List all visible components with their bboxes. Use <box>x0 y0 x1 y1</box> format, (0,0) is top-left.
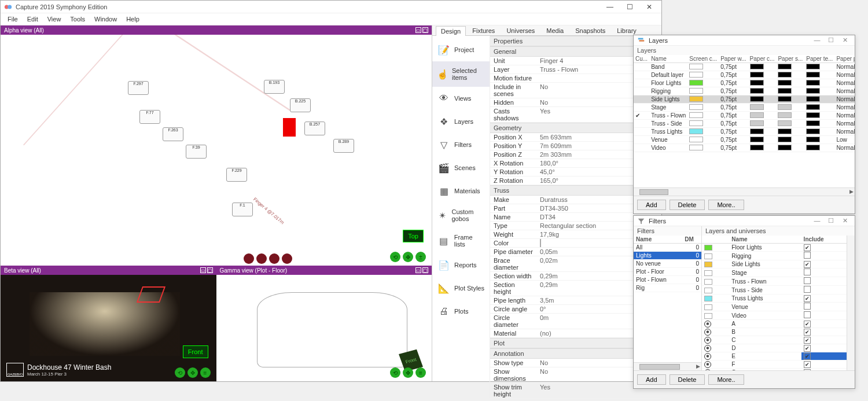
paper-symbol-swatch[interactable] <box>778 112 792 118</box>
paper-color-swatch[interactable] <box>750 112 764 118</box>
include-checkbox[interactable]: ✔ <box>804 329 811 336</box>
filters-col[interactable]: Name <box>634 236 682 244</box>
paper-color-swatch[interactable] <box>750 64 764 69</box>
color-swatch[interactable] <box>540 239 541 247</box>
filters-titlebar[interactable]: Filters — ☐ ✕ <box>634 216 855 226</box>
tab-library[interactable]: Library <box>612 25 642 35</box>
view-split-icon[interactable]: ▭ <box>415 267 421 273</box>
include-checkbox[interactable] <box>804 252 811 259</box>
layers-col[interactable]: Screen c... <box>687 55 719 63</box>
layers-col[interactable]: Paper w... <box>719 55 748 63</box>
include-checkbox[interactable]: ✔ <box>804 244 811 251</box>
includes-col[interactable]: Include <box>801 236 847 244</box>
paper-symbol-swatch[interactable] <box>778 72 792 78</box>
minimize-button[interactable]: — <box>601 2 619 12</box>
screen-color-swatch[interactable] <box>689 80 703 86</box>
layers-table[interactable]: Cu...NameScreen c...Paper w...Paper c...… <box>634 55 855 187</box>
layer-row[interactable]: Band0,75ptNormal <box>634 63 855 71</box>
category-materials[interactable]: ▦Materials <box>432 179 490 203</box>
include-row[interactable]: ✱E✔ <box>702 352 847 360</box>
view-split-icon[interactable]: ▭ <box>415 27 421 33</box>
include-row[interactable]: ✱D✔ <box>702 344 847 352</box>
include-checkbox[interactable] <box>804 303 811 310</box>
layers-col[interactable]: Name <box>649 55 687 63</box>
paper-color-swatch[interactable] <box>750 120 764 126</box>
add-button[interactable]: Add <box>637 374 666 385</box>
filter-row[interactable]: Plot - Flown0 <box>634 276 701 284</box>
fixture-label[interactable]: F.297 <box>128 81 149 95</box>
include-checkbox[interactable]: ✔ <box>804 295 811 302</box>
category-gobos[interactable]: ✴Custom gobos <box>432 203 490 228</box>
screen-color-swatch[interactable] <box>689 96 703 102</box>
more-button[interactable]: More.. <box>708 200 744 210</box>
paper-text-swatch[interactable] <box>806 64 820 69</box>
filter-row[interactable]: Rig0 <box>634 284 701 292</box>
maximize-button[interactable]: ☐ <box>621 2 638 12</box>
dot-icon[interactable] <box>269 253 279 264</box>
include-checkbox[interactable]: ✔ <box>804 361 811 368</box>
screen-color-swatch[interactable] <box>689 145 703 150</box>
close-button[interactable]: ✕ <box>838 36 851 44</box>
paper-color-swatch[interactable] <box>750 96 764 102</box>
paper-color-swatch[interactable] <box>750 80 764 86</box>
layers-hscroll[interactable]: ▶ <box>634 187 855 196</box>
close-button[interactable]: ✕ <box>641 2 658 12</box>
paper-symbol-swatch[interactable] <box>778 80 792 86</box>
tab-design[interactable]: Design <box>436 26 466 36</box>
paper-text-swatch[interactable] <box>806 112 820 118</box>
include-checkbox[interactable]: ✔ <box>804 353 811 360</box>
view-orientation-badge[interactable]: Top <box>403 230 424 242</box>
alpha-canvas[interactable]: F.297 F.77 F.263 F.39 F.229 F.1 B.193 B.… <box>1 35 432 266</box>
include-row[interactable]: Rigging <box>702 252 847 260</box>
gamma-view-header[interactable]: Gamma view (Plot - Floor) ▭▢ <box>216 266 432 275</box>
layers-col[interactable]: Paper s... <box>776 55 804 63</box>
filters-includes[interactable]: Layers and universes NameIncludeFloor Li… <box>702 226 855 370</box>
fixture-label[interactable]: F.263 <box>163 127 183 141</box>
screen-color-swatch[interactable] <box>689 128 703 134</box>
layer-row[interactable]: Truss Lights0,75ptNormal <box>634 128 855 136</box>
category-plots[interactable]: 🖨Plots <box>432 300 490 323</box>
filters-panel[interactable]: Filters — ☐ ✕ Filters NameDMAll0Lights0N… <box>633 215 855 389</box>
include-row[interactable]: Venue <box>702 303 847 311</box>
layers-col[interactable]: Paper pr... <box>834 55 855 63</box>
include-row[interactable]: Stage <box>702 268 847 277</box>
zoom-icon[interactable]: ± <box>415 252 426 262</box>
view-max-icon[interactable]: ▢ <box>422 267 428 273</box>
delete-button[interactable]: Delete <box>670 200 705 210</box>
tab-universes[interactable]: Universes <box>501 25 540 35</box>
menu-edit[interactable]: Edit <box>23 14 43 24</box>
category-framelists[interactable]: ▤Frame lists <box>432 228 490 253</box>
paper-symbol-swatch[interactable] <box>778 64 792 69</box>
filter-row[interactable]: Plot - Floor0 <box>634 268 701 276</box>
include-checkbox[interactable]: ✔ <box>804 345 811 352</box>
paper-color-swatch[interactable] <box>750 137 764 142</box>
paper-color-swatch[interactable] <box>750 128 764 134</box>
paper-symbol-swatch[interactable] <box>778 104 792 110</box>
paper-text-swatch[interactable] <box>806 88 820 94</box>
filter-row[interactable]: All0 <box>634 244 701 252</box>
screen-color-swatch[interactable] <box>689 72 703 78</box>
paper-text-swatch[interactable] <box>806 145 820 150</box>
layer-row[interactable]: Venue0,75ptLow <box>634 136 855 144</box>
menu-view[interactable]: View <box>43 14 66 24</box>
tab-fixtures[interactable]: Fixtures <box>467 25 500 35</box>
paper-color-swatch[interactable] <box>750 88 764 94</box>
include-row[interactable]: Floor Lights✔ <box>702 244 847 252</box>
fixture-label[interactable]: B.257 <box>304 122 325 135</box>
screen-color-swatch[interactable] <box>689 104 703 110</box>
alpha-view-header[interactable]: Alpha view (All) ▭▢ <box>1 25 432 35</box>
menu-tools[interactable]: Tools <box>65 14 90 24</box>
include-row[interactable]: Truss - Flown <box>702 277 847 286</box>
orbit-icon[interactable]: ⟲ <box>390 367 400 378</box>
dot-icon[interactable] <box>244 253 254 264</box>
paper-color-swatch[interactable] <box>750 145 764 150</box>
tab-media[interactable]: Media <box>541 25 569 35</box>
layers-panel[interactable]: Layers — ☐ ✕ Layers Cu...NameScreen c...… <box>633 35 855 214</box>
filters-hscroll[interactable]: ▶ <box>634 362 701 370</box>
include-row[interactable]: ✱B✔ <box>702 328 847 336</box>
paper-symbol-swatch[interactable] <box>778 88 792 94</box>
view-split-icon[interactable]: ▭ <box>200 267 206 273</box>
beta-canvas[interactable]: Front ⟲ ✥ ≡ GAZEB/O Dockhouse 47 Winter … <box>1 275 216 381</box>
layer-row[interactable]: Truss - Side0,75ptNormal <box>634 120 855 128</box>
screen-color-swatch[interactable] <box>689 112 703 118</box>
